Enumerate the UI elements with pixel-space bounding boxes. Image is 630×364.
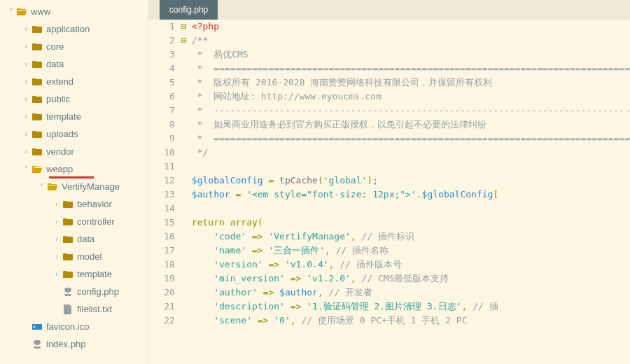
file-icon: [62, 304, 74, 314]
php-icon: [62, 288, 74, 296]
token: [263, 244, 269, 258]
chevron-right-icon[interactable]: ›: [52, 218, 62, 225]
tree-item[interactable]: ›extend: [0, 73, 148, 90]
code-line[interactable]: * 网站地址: http://www.eyoucms.com: [192, 90, 630, 104]
code-line[interactable]: return array(: [192, 216, 630, 230]
code-line[interactable]: 'name' => '三合一插件', // 插件名称: [192, 244, 630, 258]
token: ,: [462, 300, 468, 314]
token: 'description': [214, 300, 285, 314]
token: ,: [329, 258, 335, 272]
code-line[interactable]: * ======================================…: [192, 62, 630, 76]
folder-icon: [31, 148, 43, 156]
token: 'global': [323, 174, 368, 188]
token: * 如果商业用途务必到官方购买正版授权，以免引起不必要的法律纠纷: [192, 118, 486, 132]
tree-item[interactable]: config.php: [0, 283, 148, 300]
fold-marker: [179, 76, 189, 90]
code-line[interactable]: 'author' => $author, // 开发者: [192, 286, 630, 300]
token: [263, 230, 269, 244]
code-line[interactable]: [192, 202, 630, 216]
code-line[interactable]: $author = '<em style="font-size: 12px;">…: [192, 188, 630, 202]
tree-item-label: filelist.txt: [74, 304, 112, 314]
tree-item[interactable]: index.php: [0, 335, 148, 353]
folder-icon: [31, 43, 43, 51]
chevron-right-icon[interactable]: ›: [21, 148, 31, 155]
line-number: 7: [148, 104, 175, 118]
code-line[interactable]: 'min_version' => 'v1.2.0', // CMS最低版本支持: [192, 272, 630, 286]
code-line[interactable]: /**: [192, 34, 630, 48]
code-line[interactable]: [192, 160, 630, 174]
code-area[interactable]: 12345678910111213141516171819202122 ⊟⊟ <…: [148, 20, 630, 364]
tree-item[interactable]: ›template: [0, 265, 148, 283]
token: 'name': [214, 244, 246, 258]
chevron-right-icon[interactable]: ›: [52, 253, 62, 260]
token: [356, 272, 362, 286]
tree-item[interactable]: ˅weapp: [0, 160, 148, 178]
fold-marker[interactable]: ⊟: [179, 34, 189, 48]
chevron-down-icon[interactable]: ˅: [6, 8, 15, 15]
code-line[interactable]: <?php: [192, 20, 630, 34]
code-line[interactable]: * --------------------------------------…: [192, 104, 630, 118]
fold-marker: [179, 146, 189, 160]
code-line[interactable]: 'description' => '1.验证码管理 2.图片清理 3.日志', …: [192, 300, 630, 314]
code-line[interactable]: $globalConfig = tpCache('global');: [192, 174, 630, 188]
token: 'code': [214, 230, 246, 244]
chevron-right-icon[interactable]: ›: [21, 95, 31, 103]
tree-item[interactable]: ›template: [0, 108, 148, 125]
chevron-right-icon[interactable]: ›: [52, 235, 62, 243]
fold-marker: [179, 188, 189, 202]
tree-item[interactable]: ›vendor: [0, 143, 148, 160]
token: [258, 286, 263, 300]
fold-column[interactable]: ⊟⊟: [179, 20, 189, 364]
chevron-right-icon[interactable]: ›: [21, 60, 31, 68]
folder-icon: [31, 25, 43, 34]
code-line[interactable]: * 易优CMS: [192, 48, 630, 62]
fold-marker: [179, 244, 189, 258]
chevron-right-icon[interactable]: ›: [21, 113, 31, 120]
tree-item[interactable]: ›data: [0, 55, 148, 73]
code-line[interactable]: * 如果商业用途务必到官方购买正版授权，以免引起不必要的法律纠纷: [192, 118, 630, 132]
folder-icon: [31, 130, 43, 139]
code-lines[interactable]: <?php/** * 易优CMS * =====================…: [189, 20, 630, 364]
tree-item[interactable]: ›model: [0, 248, 148, 265]
chevron-right-icon[interactable]: ›: [52, 200, 62, 208]
tree-item[interactable]: ›application: [0, 20, 148, 38]
tree-item[interactable]: ›data: [0, 230, 148, 248]
line-number: 9: [148, 132, 175, 146]
tree-item[interactable]: favicon.ico: [0, 318, 148, 335]
tree-item-label: favicon.ico: [43, 321, 89, 332]
tree-item[interactable]: filelist.txt: [0, 300, 148, 318]
chevron-right-icon[interactable]: ›: [52, 270, 62, 278]
tab-active[interactable]: config.php: [160, 0, 218, 20]
token: $globalConfig: [422, 188, 493, 202]
tree-item[interactable]: ›behavior: [0, 195, 148, 213]
fold-marker: [179, 230, 189, 244]
chevron-right-icon[interactable]: ›: [21, 43, 31, 50]
tree-item[interactable]: ›public: [0, 90, 148, 108]
tree-item[interactable]: ›controller: [0, 213, 148, 230]
chevron-right-icon[interactable]: ›: [21, 25, 31, 33]
token: [263, 258, 269, 272]
tree-item[interactable]: ›core: [0, 38, 148, 55]
token: 'scene': [214, 314, 252, 328]
chevron-right-icon[interactable]: ›: [21, 78, 31, 85]
code-line[interactable]: 'code' => 'VertifyManage', // 插件标识: [192, 230, 630, 244]
token: 'author': [214, 286, 258, 300]
code-line[interactable]: */: [192, 146, 630, 160]
code-line[interactable]: 'version' => 'v1.0.4', // 插件版本号: [192, 258, 630, 272]
chevron-right-icon[interactable]: ›: [21, 130, 31, 138]
fold-marker: [179, 90, 189, 104]
file-tree[interactable]: ˅ www ›application›core›data›extend›publ…: [0, 0, 148, 364]
tree-root[interactable]: ˅ www: [0, 3, 148, 20]
token: * --------------------------------------…: [192, 104, 630, 118]
chevron-down-icon[interactable]: ˅: [21, 165, 31, 173]
tree-item[interactable]: ˅VertifyManage: [0, 178, 148, 195]
folder-open-icon: [15, 8, 28, 16]
chevron-down-icon[interactable]: ˅: [36, 183, 46, 190]
fold-marker[interactable]: ⊟: [179, 20, 189, 34]
code-line[interactable]: 'scene' => '0', // 使用场景 0 PC+手机 1 手机 2 P…: [192, 314, 630, 328]
line-number: 18: [148, 258, 175, 272]
tab-bar[interactable]: config.php: [148, 0, 630, 20]
tree-item[interactable]: ›uploads: [0, 125, 148, 143]
code-line[interactable]: * 版权所有 2016-2028 海南赞赞网络科技有限公司，并保留所有权利: [192, 76, 630, 90]
code-line[interactable]: * ======================================…: [192, 132, 630, 146]
